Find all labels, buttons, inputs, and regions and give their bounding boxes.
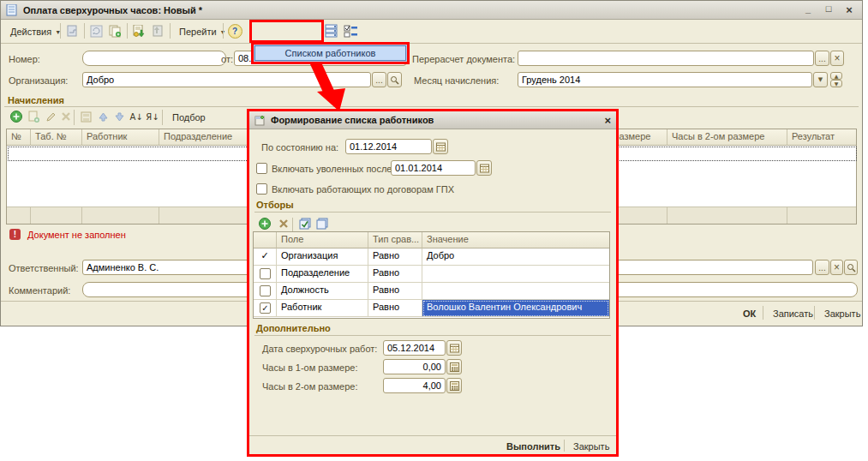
close-icon[interactable]: × (841, 3, 857, 16)
filter-row-compare[interactable]: Равно (368, 300, 422, 317)
refresh-icon[interactable] (87, 23, 105, 39)
filter-row-flag[interactable]: ✓ (254, 248, 277, 266)
additional-section-title: Дополнительно (256, 323, 331, 333)
window-titlebar[interactable]: Оплата сверхурочных часов: Новый * _ □ × (1, 1, 862, 20)
include-fired-date-input[interactable] (391, 160, 476, 176)
filter-row-field[interactable]: Работник (277, 300, 368, 317)
filter-row-value[interactable] (422, 266, 609, 283)
include-gph-label: Включать работающих по договорам ГПХ (272, 184, 454, 195)
post-document-icon[interactable] (130, 23, 147, 39)
fired-calendar-button[interactable] (476, 160, 492, 176)
close-button[interactable]: Закрыть (817, 306, 867, 321)
dialog-titlebar[interactable]: Формирование списка работников × (249, 111, 616, 129)
warning-icon: ! (9, 229, 21, 240)
filter-row-flag[interactable]: ✓ (254, 300, 277, 317)
help-icon[interactable]: ? (226, 23, 243, 39)
filter-row-compare[interactable]: Равно (368, 248, 422, 266)
delete-row-icon[interactable] (57, 109, 75, 124)
filter-row-compare[interactable]: Равно (368, 283, 422, 300)
sort-desc-icon[interactable]: Я↓ (144, 109, 161, 124)
filter-add-icon[interactable] (256, 216, 273, 231)
list-settings-icon[interactable] (323, 23, 340, 39)
filter-col-field[interactable]: Поле (277, 232, 368, 248)
hours2-label: Часы в 2-ом размере: (262, 381, 357, 392)
maximize-icon[interactable]: □ (821, 3, 836, 16)
dialog-close-button[interactable]: Закрыть (568, 440, 614, 453)
write-button[interactable]: Записать (766, 306, 820, 321)
asof-calendar-button[interactable] (433, 139, 448, 154)
add-row-icon[interactable] (8, 109, 25, 124)
filter-row-value[interactable] (422, 283, 609, 300)
sort-asc-icon[interactable]: А↓ (128, 109, 145, 124)
ok-button[interactable]: ОК (736, 306, 763, 321)
minimize-icon[interactable]: _ (800, 3, 816, 16)
filter-delete-icon[interactable] (275, 216, 292, 231)
window-title: Оплата сверхурочных часов: Новый * (23, 5, 202, 15)
include-gph-checkbox[interactable] (256, 183, 267, 195)
magnifier-icon (847, 263, 856, 272)
organization-label: Организация: (9, 75, 68, 86)
copy-row-icon[interactable] (25, 109, 42, 124)
organization-search-button[interactable] (387, 72, 402, 87)
hours1-calculator-button[interactable] (446, 359, 462, 374)
filter-row-value-selected[interactable]: Волошко Валентин Олександрович (422, 300, 609, 317)
recalc-clear-button[interactable]: × (830, 51, 844, 66)
accruals-section-title: Начисления (8, 95, 64, 105)
responsible-clear-button[interactable]: × (830, 260, 843, 275)
move-up-icon[interactable] (94, 109, 111, 124)
hours1-input[interactable] (383, 359, 446, 374)
month-dropdown-button[interactable]: ▼ (813, 72, 828, 87)
overtime-calendar-button[interactable] (446, 340, 462, 356)
filter-row-field[interactable]: Организация (277, 248, 368, 266)
col-header-result[interactable]: Результат (787, 129, 856, 146)
month-spin-down[interactable]: ▼ (830, 80, 842, 87)
screenshot-root: Оплата сверхурочных часов: Новый * _ □ ×… (0, 0, 868, 461)
filter-col-compare[interactable]: Тип срав... (368, 232, 422, 248)
month-input[interactable] (518, 72, 812, 87)
dialog-close-icon[interactable]: × (604, 114, 611, 127)
filter-row-value[interactable]: Добро (422, 248, 609, 266)
pick-button[interactable]: Подбор (166, 108, 212, 127)
responsible-search-button[interactable] (844, 260, 858, 275)
run-button[interactable]: Выполнить (501, 440, 566, 453)
copy-add-icon[interactable] (106, 23, 123, 39)
post-in-journal-icon[interactable] (63, 23, 81, 39)
col-header-num[interactable]: № (7, 129, 31, 146)
col-header-tabnum[interactable]: Таб. № (31, 129, 82, 146)
recalc-input[interactable] (518, 51, 814, 66)
unpost-document-icon[interactable] (149, 23, 166, 39)
filter-col-flag[interactable] (254, 232, 277, 248)
col-header-hours2[interactable]: Часы в 2-ом размере (667, 129, 787, 146)
col-header-worker[interactable]: Работник (82, 129, 159, 146)
warning-text: Документ не заполнен (27, 230, 126, 240)
display-settings-icon[interactable] (342, 23, 359, 39)
check-all-icon[interactable] (296, 216, 314, 231)
number-input[interactable] (82, 51, 226, 66)
organization-ellipsis-button[interactable]: ... (372, 72, 386, 87)
filter-row-flag[interactable] (254, 283, 277, 300)
actions-button[interactable]: Действия▼ (4, 22, 67, 41)
filter-row-field[interactable]: Должность (277, 283, 368, 300)
organization-input[interactable] (82, 72, 371, 87)
number-label: Номер: (9, 54, 40, 64)
fill-menu-item[interactable]: Списком работников (254, 45, 406, 61)
filter-row-flag[interactable] (254, 266, 277, 283)
month-spin-up[interactable]: ▲ (830, 72, 842, 80)
include-fired-checkbox[interactable] (256, 163, 267, 174)
end-edit-icon[interactable] (77, 109, 94, 124)
asof-input[interactable] (345, 139, 432, 154)
filter-col-value[interactable]: Значение (422, 232, 609, 248)
filter-row-field[interactable]: Подразделение (277, 266, 368, 283)
hours2-calculator-button[interactable] (446, 378, 462, 393)
from-label: от: (221, 54, 233, 64)
overtime-date-input[interactable] (383, 340, 446, 356)
hours2-input[interactable] (383, 378, 446, 393)
move-down-icon[interactable] (111, 109, 128, 124)
responsible-ellipsis-button[interactable]: ... (815, 260, 829, 275)
filter-row-compare[interactable]: Равно (368, 266, 422, 283)
recalc-ellipsis-button[interactable]: ... (815, 51, 829, 66)
uncheck-all-icon[interactable] (314, 216, 331, 231)
calendar-icon (436, 142, 446, 152)
month-label: Месяц начисления: (414, 75, 499, 86)
edit-row-icon[interactable] (42, 109, 59, 124)
